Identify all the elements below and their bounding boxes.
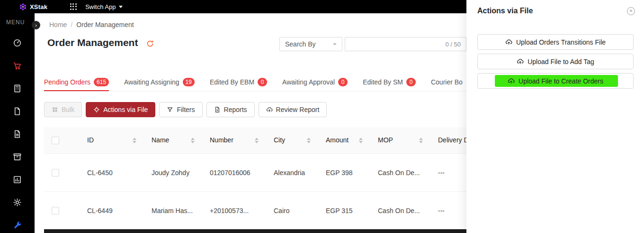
- actions-via-file-button[interactable]: Actions via File: [86, 102, 155, 117]
- search-box: 0 / 50: [345, 37, 466, 51]
- upload-orders-transitions-file-button[interactable]: Upload Orders Transitions File: [477, 34, 634, 50]
- tab-label: Edited By SM: [363, 78, 403, 86]
- cell-number: +20100573...: [202, 207, 266, 214]
- sort-icon[interactable]: [356, 138, 363, 143]
- sort-icon[interactable]: [416, 138, 423, 143]
- close-icon[interactable]: ✕: [627, 7, 635, 15]
- table-header-row: ID Name Number City Amount MOP Delivery …: [44, 127, 466, 154]
- sidebar-nav: [0, 38, 35, 230]
- archive-box-icon: [13, 152, 22, 161]
- tab-count-badge: 19: [183, 78, 195, 86]
- document-lines-icon: [13, 130, 22, 139]
- tab-label: Courier Bo: [431, 78, 463, 86]
- reports-button[interactable]: Reports: [206, 102, 255, 117]
- sidebar-item-orders[interactable]: [12, 61, 23, 70]
- filters-button[interactable]: Filters: [159, 102, 202, 117]
- caret-down-icon: [119, 6, 123, 8]
- cell-name: Mariam Has...: [144, 207, 202, 214]
- actions-via-file-drawer: Actions via File ✕ Upload Orders Transit…: [466, 0, 644, 233]
- upload-file-to-add-tag-button[interactable]: Upload File to Add Tag: [477, 54, 634, 69]
- cell-id: CL-6449: [80, 207, 144, 214]
- search-by-label: Search By: [285, 40, 316, 48]
- sidebar-item-dashboard[interactable]: [12, 38, 23, 47]
- crosshair-target-icon: [93, 106, 100, 113]
- chevron-down-icon: [333, 43, 337, 46]
- col-header-id[interactable]: ID: [87, 136, 94, 145]
- sidebar-item-analytics[interactable]: [12, 175, 23, 184]
- cloud-upload-icon: [505, 38, 512, 46]
- drawer-header: Actions via File ✕: [466, 0, 644, 22]
- document-icon: [214, 106, 221, 113]
- switch-app-label: Switch App: [85, 3, 116, 10]
- cart-icon: [13, 61, 22, 70]
- cell-delivery-date: ---: [430, 207, 466, 214]
- col-header-name[interactable]: Name: [152, 136, 169, 145]
- tab-pending-orders[interactable]: Pending Orders 615: [44, 74, 109, 91]
- document-icon: [13, 107, 22, 116]
- tab-courier-booked[interactable]: Courier Bo: [431, 74, 463, 91]
- col-header-amount[interactable]: Amount: [326, 136, 349, 145]
- tab-awaiting-assigning[interactable]: Awaiting Assigning 19: [124, 74, 195, 91]
- table-row[interactable]: CL-6449 Mariam Has... +20100573... Cairo…: [44, 192, 466, 230]
- apps-grid-icon[interactable]: [70, 3, 77, 10]
- tab-edited-by-sm[interactable]: Edited By SM 0: [363, 74, 416, 91]
- xstak-logo[interactable]: XStak: [19, 3, 47, 11]
- row-checkbox[interactable]: [52, 207, 59, 214]
- page-title: Order Management: [47, 37, 138, 48]
- sidebar-item-documents[interactable]: [12, 106, 23, 116]
- tab-awaiting-approval[interactable]: Awaiting Approval 0: [282, 74, 348, 91]
- sidebar-item-tools[interactable]: [12, 220, 23, 230]
- sort-icon[interactable]: [188, 138, 195, 143]
- breadcrumb: Home/Order Management: [49, 21, 134, 28]
- sort-icon[interactable]: [304, 138, 311, 143]
- tab-label: Edited By EBM: [210, 78, 254, 86]
- drawer-title: Actions via File: [477, 7, 533, 15]
- toolbar: Bulk Actions via File Filters Reports Re…: [44, 102, 327, 117]
- row-checkbox[interactable]: [52, 169, 59, 177]
- drawer-body: Upload Orders Transitions File Upload Fi…: [466, 22, 644, 89]
- sidebar-collapse-toggle[interactable]: ›: [32, 21, 40, 29]
- cell-city: Cairo: [266, 207, 318, 214]
- upload-file-to-create-orders-button[interactable]: Upload File to Create Orders: [477, 73, 634, 89]
- sidebar-item-invoices[interactable]: [12, 129, 23, 139]
- cloud-upload-icon: [266, 106, 273, 113]
- tab-count-badge: 0: [406, 78, 416, 86]
- breadcrumb-separator: /: [71, 21, 72, 28]
- tab-edited-by-ebm[interactable]: Edited By EBM 0: [210, 74, 267, 91]
- col-header-city[interactable]: City: [274, 136, 285, 145]
- search-by-select[interactable]: Search By: [279, 37, 342, 51]
- cell-delivery-date: ---: [430, 169, 466, 177]
- search-input[interactable]: [350, 40, 445, 48]
- col-header-number[interactable]: Number: [210, 136, 233, 145]
- menu-label: MENU: [0, 13, 35, 26]
- sort-icon[interactable]: [252, 138, 259, 143]
- review-report-button[interactable]: Review Report: [259, 102, 327, 117]
- select-all-checkbox[interactable]: [52, 137, 59, 144]
- order-status-tabs: Pending Orders 615 Awaiting Assigning 19…: [44, 74, 466, 92]
- horizontal-scrollbar[interactable]: [44, 229, 466, 233]
- sidebar-item-inventory[interactable]: [12, 152, 23, 161]
- search-counter: 0 / 50: [445, 41, 461, 48]
- tab-count-badge: 0: [258, 78, 267, 86]
- cell-amount: EGP 398: [318, 169, 370, 177]
- switch-app-menu[interactable]: Switch App: [85, 3, 123, 10]
- sidebar: MENU: [0, 13, 35, 233]
- chart-icon: [13, 175, 22, 184]
- breadcrumb-home[interactable]: Home: [49, 21, 67, 28]
- refresh-icon[interactable]: [146, 40, 154, 47]
- tab-label: Awaiting Approval: [282, 78, 335, 86]
- grid-squares-icon: [52, 106, 58, 113]
- cell-mop: Cash On De...: [370, 207, 430, 214]
- table-row[interactable]: CL-6450 Joudy Zohdy 01207016006 Alexandr…: [44, 154, 466, 192]
- cell-number: 01207016006: [202, 169, 266, 177]
- col-header-mop[interactable]: MOP: [378, 136, 393, 145]
- wrench-icon: [13, 221, 22, 230]
- tab-label: Pending Orders: [44, 78, 90, 86]
- sort-icon[interactable]: [130, 138, 136, 143]
- cloud-upload-icon: [508, 77, 515, 84]
- orders-table: ID Name Number City Amount MOP Delivery …: [44, 127, 466, 233]
- sidebar-item-pos[interactable]: [12, 84, 23, 93]
- sidebar-item-settings[interactable]: [12, 197, 23, 207]
- col-header-delivery-date[interactable]: Delivery Date: [438, 136, 466, 145]
- bulk-button[interactable]: Bulk: [44, 102, 82, 117]
